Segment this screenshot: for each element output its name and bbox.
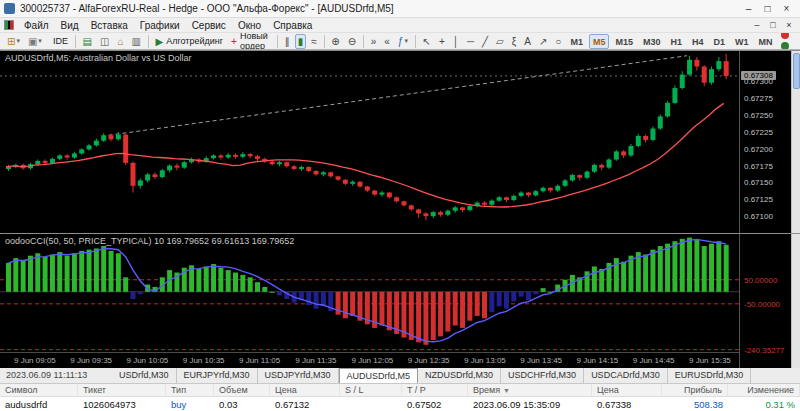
chart-restore-button[interactable]: □: [765, 20, 781, 30]
column-header-volume[interactable]: Объем: [214, 384, 270, 396]
timeframe-w1[interactable]: W1: [731, 34, 753, 49]
price-label: 0.67200: [744, 145, 773, 154]
bars-chart-button[interactable]: ∥: [282, 34, 293, 49]
mdi-window-controls: – □ ×: [749, 20, 797, 30]
new-chart-button[interactable]: ⊞▾: [4, 34, 23, 49]
column-header-symbol[interactable]: Символ: [0, 384, 78, 396]
vertical-line-button[interactable]: │: [450, 34, 462, 49]
column-header-sl[interactable]: S / L: [340, 384, 402, 396]
menu-item-window[interactable]: Окно: [232, 18, 267, 33]
positions-header-row: СимволТикетТипОбъемЦенаS / LT / PВремя▼Ц…: [0, 383, 800, 397]
column-header-type[interactable]: Тип: [166, 384, 214, 396]
price-label: 0.67275: [744, 94, 773, 103]
dropdown-caret-icon: ▾: [16, 37, 20, 45]
column-header-profit[interactable]: Прибыль: [662, 384, 728, 396]
column-header-change[interactable]: Изменение: [728, 384, 800, 396]
status-time: 2023.06.09 11:11:13: [0, 368, 112, 383]
column-header-price_open[interactable]: Цена: [270, 384, 340, 396]
new-order-button[interactable]: +Новый ордер: [228, 34, 273, 49]
timeframe-m15[interactable]: M15: [611, 34, 637, 49]
profiles-button-icon: ▣: [28, 35, 37, 48]
window-title: 300025737 - AlfaForexRU-Real - Hedge - О…: [20, 3, 739, 14]
chart-tab[interactable]: NZDUSDrfd,M30: [418, 368, 501, 383]
main-chart[interactable]: AUDUSDrfd,M5: Australian Dollar vs US Do…: [0, 51, 739, 233]
timeframe-m30[interactable]: M30: [639, 34, 665, 49]
fibonacci-button[interactable]: ξ: [509, 34, 519, 49]
profiles-button[interactable]: ▣▾: [25, 34, 45, 49]
price-scale[interactable]: 0.673000.672750.672500.672250.672000.671…: [739, 51, 791, 368]
zoom-out-button-icon: ⊖: [348, 35, 356, 48]
chart-menu-icon[interactable]: [4, 20, 14, 30]
menu-item-help[interactable]: Справка: [267, 18, 318, 33]
maximize-button[interactable]: □: [758, 3, 777, 14]
minimize-button[interactable]: –: [739, 3, 758, 14]
cell-profit: 508.38: [662, 397, 728, 411]
navigator-button[interactable]: ⌂: [114, 34, 126, 49]
data-window-button[interactable]: ◫: [97, 34, 112, 49]
timeframe-mn[interactable]: MN: [755, 34, 777, 49]
timeframe-h4[interactable]: H4: [688, 34, 708, 49]
menu-item-view[interactable]: Вид: [55, 18, 85, 33]
chart-tab[interactable]: AUDUSDrfd,M5: [339, 368, 419, 383]
position-row[interactable]: audusdrfd1026064973buy0.030.671320.67502…: [0, 397, 800, 411]
market-watch-button[interactable]: ▤: [80, 34, 95, 49]
chart-tab[interactable]: EURUSDrfd,M30: [668, 368, 752, 383]
bars-chart-button-icon: ∥: [285, 35, 290, 48]
chart-shift-button[interactable]: «: [381, 34, 393, 49]
ide-button-label: IDE: [53, 36, 68, 46]
chart-tab[interactable]: USDJPYrfd,M30: [258, 368, 339, 383]
trendline-button[interactable]: ╱: [479, 34, 491, 49]
chart-close-button[interactable]: ×: [781, 20, 797, 30]
column-header-tp[interactable]: T / P: [402, 384, 468, 396]
menu-item-file[interactable]: Файл: [18, 18, 55, 33]
scrollbar-thumb[interactable]: [793, 53, 800, 89]
menu-item-charts[interactable]: Графики: [134, 18, 186, 33]
text-button[interactable]: A: [521, 34, 534, 49]
timeframe-d1[interactable]: D1: [709, 34, 729, 49]
indicator-chart[interactable]: oodooCCI(50, 50, PRICE_TYPICAL) 10 169.7…: [0, 234, 739, 352]
zoom-out-button[interactable]: ⊖: [345, 34, 359, 49]
price-label: 0.67100: [744, 212, 773, 221]
timeframe-group: M1M5M15M30H1H4D1W1MN: [565, 34, 777, 49]
cell-time: 2023.06.09 15:35:09: [468, 397, 592, 411]
menu-item-insert[interactable]: Вставка: [85, 18, 134, 33]
vertical-scrollbar[interactable]: [791, 51, 800, 368]
column-header-time[interactable]: Время▼: [468, 384, 592, 396]
line-chart-button[interactable]: ≈: [308, 34, 320, 49]
chart-minimize-button[interactable]: –: [749, 20, 765, 30]
cell-volume: 0.03: [214, 397, 270, 411]
chart-tabs: USDrfd,M30EURJPYrfd,M30USDJPYrfd,M30AUDU…: [112, 368, 751, 383]
cell-tp: 0.67502: [402, 397, 468, 411]
auto-scroll-button[interactable]: »: [368, 34, 380, 49]
menu-item-tools[interactable]: Сервис: [186, 18, 232, 33]
channel-button[interactable]: ▱: [493, 34, 507, 49]
chart-tab[interactable]: USDCHFrfd,M30: [501, 368, 584, 383]
chart-tab[interactable]: USDCADrfd,M30: [584, 368, 668, 383]
column-header-price_current[interactable]: Цена: [592, 384, 662, 396]
zoom-in-button[interactable]: ⊕: [328, 34, 342, 49]
algo-trading-button[interactable]: ▶Алготрейдинг: [153, 34, 227, 49]
arrows-button[interactable]: ↗: [536, 34, 550, 49]
close-button[interactable]: ×: [777, 3, 796, 14]
indicators-button[interactable]: ƒ▾: [395, 34, 411, 49]
chart-tab[interactable]: USDrfd,M30: [112, 368, 177, 383]
zoom-in-button-icon: ⊕: [331, 35, 339, 48]
ide-button[interactable]: IDE: [47, 34, 71, 49]
timeframe-h1[interactable]: H1: [666, 34, 686, 49]
candles-chart-button[interactable]: ▮: [295, 34, 307, 49]
shapes-button[interactable]: ○: [552, 34, 564, 49]
pane-splitter[interactable]: [0, 233, 800, 234]
price-label: 0.67150: [744, 178, 773, 187]
toolbox-button[interactable]: ▥: [128, 34, 143, 49]
column-header-label: Прибыль: [684, 385, 722, 395]
connection-status-icon: [781, 42, 789, 50]
timeframe-m5[interactable]: M5: [589, 34, 610, 49]
chart-tab[interactable]: EURJPYrfd,M30: [177, 368, 258, 383]
timeframe-m1[interactable]: M1: [566, 34, 587, 49]
column-header-label: S / L: [345, 385, 364, 395]
crosshair-button[interactable]: +: [436, 34, 448, 49]
cursor-button[interactable]: ↖: [420, 34, 434, 49]
time-axis[interactable]: 9 Jun 09:059 Jun 09:359 Jun 10:059 Jun 1…: [0, 352, 739, 368]
horizontal-line-button[interactable]: ─: [464, 34, 477, 49]
column-header-ticket[interactable]: Тикет: [78, 384, 166, 396]
